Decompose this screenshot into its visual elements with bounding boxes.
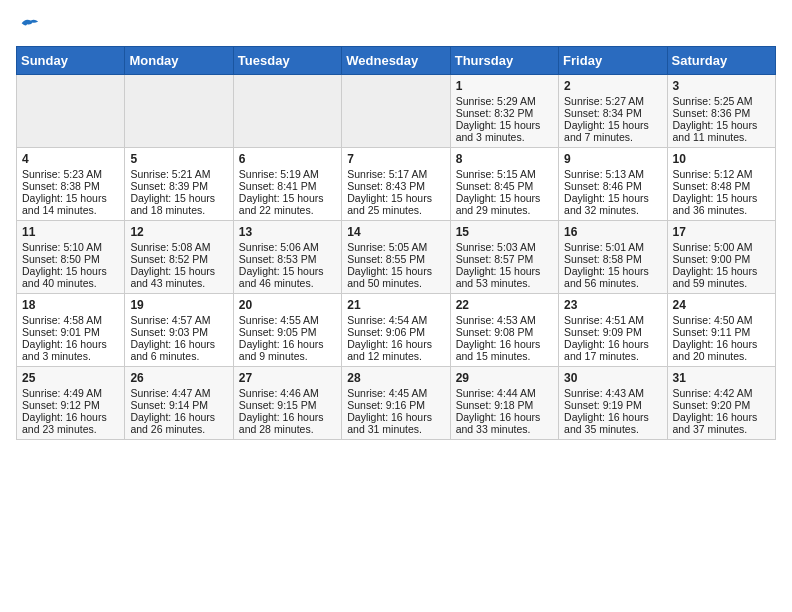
day-number: 10: [673, 152, 770, 166]
calendar-cell: 29Sunrise: 4:44 AMSunset: 9:18 PMDayligh…: [450, 367, 558, 440]
calendar-cell: [342, 75, 450, 148]
daylight-text: and 56 minutes.: [564, 277, 639, 289]
daylight-text: Daylight: 15 hours: [564, 192, 649, 204]
sunset-text: Sunset: 9:01 PM: [22, 326, 100, 338]
sunrise-text: Sunrise: 5:15 AM: [456, 168, 536, 180]
weekday-header-tuesday: Tuesday: [233, 47, 341, 75]
week-row-3: 11Sunrise: 5:10 AMSunset: 8:50 PMDayligh…: [17, 221, 776, 294]
daylight-text: Daylight: 15 hours: [564, 119, 649, 131]
calendar-cell: 27Sunrise: 4:46 AMSunset: 9:15 PMDayligh…: [233, 367, 341, 440]
sunset-text: Sunset: 9:08 PM: [456, 326, 534, 338]
day-number: 21: [347, 298, 444, 312]
sunrise-text: Sunrise: 4:42 AM: [673, 387, 753, 399]
day-number: 7: [347, 152, 444, 166]
daylight-text: Daylight: 15 hours: [673, 265, 758, 277]
daylight-text: and 18 minutes.: [130, 204, 205, 216]
sunset-text: Sunset: 8:45 PM: [456, 180, 534, 192]
daylight-text: and 46 minutes.: [239, 277, 314, 289]
day-number: 20: [239, 298, 336, 312]
daylight-text: Daylight: 15 hours: [130, 192, 215, 204]
day-number: 9: [564, 152, 661, 166]
sunrise-text: Sunrise: 5:29 AM: [456, 95, 536, 107]
sunrise-text: Sunrise: 4:57 AM: [130, 314, 210, 326]
sunrise-text: Sunrise: 5:19 AM: [239, 168, 319, 180]
sunrise-text: Sunrise: 4:49 AM: [22, 387, 102, 399]
sunrise-text: Sunrise: 4:45 AM: [347, 387, 427, 399]
week-row-4: 18Sunrise: 4:58 AMSunset: 9:01 PMDayligh…: [17, 294, 776, 367]
sunset-text: Sunset: 8:46 PM: [564, 180, 642, 192]
calendar-cell: 20Sunrise: 4:55 AMSunset: 9:05 PMDayligh…: [233, 294, 341, 367]
day-number: 4: [22, 152, 119, 166]
daylight-text: and 3 minutes.: [456, 131, 525, 143]
sunrise-text: Sunrise: 4:55 AM: [239, 314, 319, 326]
day-number: 18: [22, 298, 119, 312]
daylight-text: Daylight: 15 hours: [456, 119, 541, 131]
daylight-text: Daylight: 15 hours: [22, 192, 107, 204]
calendar-cell: 21Sunrise: 4:54 AMSunset: 9:06 PMDayligh…: [342, 294, 450, 367]
daylight-text: and 11 minutes.: [673, 131, 748, 143]
sunset-text: Sunset: 9:18 PM: [456, 399, 534, 411]
sunset-text: Sunset: 8:32 PM: [456, 107, 534, 119]
day-number: 27: [239, 371, 336, 385]
daylight-text: Daylight: 15 hours: [564, 265, 649, 277]
sunrise-text: Sunrise: 5:17 AM: [347, 168, 427, 180]
day-number: 2: [564, 79, 661, 93]
day-number: 1: [456, 79, 553, 93]
calendar-cell: 26Sunrise: 4:47 AMSunset: 9:14 PMDayligh…: [125, 367, 233, 440]
sunrise-text: Sunrise: 5:25 AM: [673, 95, 753, 107]
calendar-cell: 12Sunrise: 5:08 AMSunset: 8:52 PMDayligh…: [125, 221, 233, 294]
daylight-text: and 7 minutes.: [564, 131, 633, 143]
daylight-text: Daylight: 16 hours: [22, 338, 107, 350]
sunrise-text: Sunrise: 5:23 AM: [22, 168, 102, 180]
day-number: 14: [347, 225, 444, 239]
day-number: 15: [456, 225, 553, 239]
sunset-text: Sunset: 8:48 PM: [673, 180, 751, 192]
weekday-header-friday: Friday: [559, 47, 667, 75]
sunrise-text: Sunrise: 5:12 AM: [673, 168, 753, 180]
daylight-text: Daylight: 16 hours: [22, 411, 107, 423]
calendar-cell: 16Sunrise: 5:01 AMSunset: 8:58 PMDayligh…: [559, 221, 667, 294]
daylight-text: and 12 minutes.: [347, 350, 422, 362]
sunrise-text: Sunrise: 4:54 AM: [347, 314, 427, 326]
daylight-text: and 53 minutes.: [456, 277, 531, 289]
day-number: 12: [130, 225, 227, 239]
daylight-text: and 25 minutes.: [347, 204, 422, 216]
calendar-cell: [125, 75, 233, 148]
day-number: 31: [673, 371, 770, 385]
daylight-text: and 28 minutes.: [239, 423, 314, 435]
daylight-text: and 20 minutes.: [673, 350, 748, 362]
calendar-cell: 13Sunrise: 5:06 AMSunset: 8:53 PMDayligh…: [233, 221, 341, 294]
calendar-cell: 9Sunrise: 5:13 AMSunset: 8:46 PMDaylight…: [559, 148, 667, 221]
sunset-text: Sunset: 8:50 PM: [22, 253, 100, 265]
day-number: 24: [673, 298, 770, 312]
sunset-text: Sunset: 8:52 PM: [130, 253, 208, 265]
calendar-cell: 6Sunrise: 5:19 AMSunset: 8:41 PMDaylight…: [233, 148, 341, 221]
daylight-text: and 22 minutes.: [239, 204, 314, 216]
weekday-header-thursday: Thursday: [450, 47, 558, 75]
day-number: 8: [456, 152, 553, 166]
daylight-text: and 59 minutes.: [673, 277, 748, 289]
sunrise-text: Sunrise: 4:53 AM: [456, 314, 536, 326]
sunset-text: Sunset: 8:53 PM: [239, 253, 317, 265]
daylight-text: Daylight: 15 hours: [347, 265, 432, 277]
day-number: 13: [239, 225, 336, 239]
daylight-text: Daylight: 15 hours: [456, 192, 541, 204]
sunrise-text: Sunrise: 4:50 AM: [673, 314, 753, 326]
calendar-cell: 14Sunrise: 5:05 AMSunset: 8:55 PMDayligh…: [342, 221, 450, 294]
calendar-cell: 5Sunrise: 5:21 AMSunset: 8:39 PMDaylight…: [125, 148, 233, 221]
logo: [16, 16, 40, 38]
sunset-text: Sunset: 9:03 PM: [130, 326, 208, 338]
calendar-cell: 18Sunrise: 4:58 AMSunset: 9:01 PMDayligh…: [17, 294, 125, 367]
daylight-text: and 37 minutes.: [673, 423, 748, 435]
sunrise-text: Sunrise: 5:27 AM: [564, 95, 644, 107]
sunset-text: Sunset: 8:43 PM: [347, 180, 425, 192]
day-number: 29: [456, 371, 553, 385]
daylight-text: Daylight: 16 hours: [347, 338, 432, 350]
sunset-text: Sunset: 9:20 PM: [673, 399, 751, 411]
daylight-text: Daylight: 16 hours: [456, 411, 541, 423]
sunrise-text: Sunrise: 5:03 AM: [456, 241, 536, 253]
calendar-cell: 31Sunrise: 4:42 AMSunset: 9:20 PMDayligh…: [667, 367, 775, 440]
sunset-text: Sunset: 8:55 PM: [347, 253, 425, 265]
daylight-text: Daylight: 15 hours: [673, 119, 758, 131]
sunrise-text: Sunrise: 5:13 AM: [564, 168, 644, 180]
